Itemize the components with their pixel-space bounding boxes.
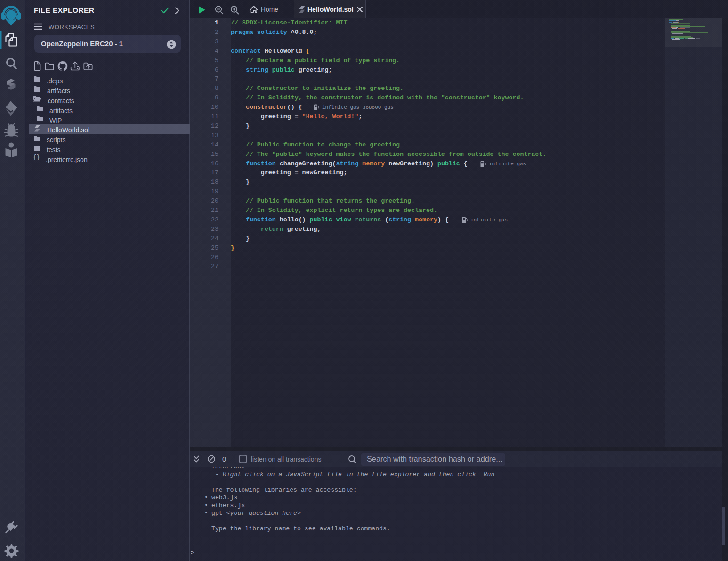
- svg-text:0: 0: [222, 455, 226, 463]
